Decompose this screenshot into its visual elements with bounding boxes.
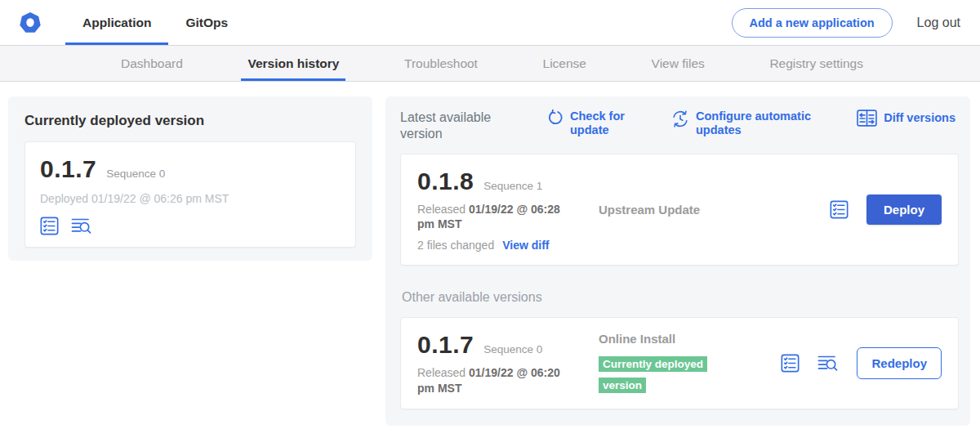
deployed-sequence-label: Sequence 0 (106, 168, 165, 180)
subnav-license[interactable]: License (537, 46, 593, 81)
diff-versions-icon (857, 110, 877, 127)
replicated-logo-icon (18, 11, 42, 35)
preflight-checklist-icon[interactable] (830, 200, 849, 219)
check-for-update-link[interactable]: Check for update (547, 110, 637, 136)
tab-application[interactable]: Application (65, 0, 168, 45)
auto-update-clock-icon (671, 110, 689, 127)
check-for-update-label: Check for update (570, 110, 637, 136)
replicated-logo[interactable] (18, 0, 42, 45)
deployed-version-row: 0.1.7 Sequence 0 (40, 155, 341, 183)
preflight-checklist-icon[interactable] (781, 354, 800, 373)
redeploy-button[interactable]: Redeploy (857, 347, 942, 379)
refresh-icon (547, 110, 564, 126)
available-header: Latest available version Check for updat… (400, 110, 959, 142)
tab-gitops[interactable]: GitOps (168, 0, 245, 45)
logs-search-icon[interactable] (817, 354, 839, 373)
other-source-column: Online Install Currently deployed versio… (599, 332, 777, 395)
latest-sequence-label: Sequence 1 (483, 180, 542, 192)
deployed-version-card: 0.1.7 Sequence 0 Deployed 01/19/22 @ 06:… (24, 141, 356, 248)
subnav-view-files[interactable]: View files (645, 46, 711, 81)
diff-versions-label: Diff versions (884, 111, 956, 125)
logs-search-icon[interactable] (71, 217, 92, 235)
tab-application-label: Application (82, 16, 151, 30)
other-source-label: Online Install (599, 332, 777, 346)
latest-version-info: 0.1.8 Sequence 1 Released 01/19/22 @ 06:… (417, 168, 579, 252)
latest-source-column: Upstream Update (599, 203, 777, 217)
deploy-button[interactable]: Deploy (866, 194, 942, 225)
files-changed-row: 2 files changed View diff (417, 239, 579, 252)
currently-deployed-badge-wrap: Currently deployed version (599, 353, 723, 395)
latest-source-label: Upstream Update (599, 203, 777, 217)
subnav-version-history[interactable]: Version history (241, 46, 345, 81)
tab-gitops-label: GitOps (185, 16, 228, 30)
latest-available-title: Latest available version (400, 110, 508, 142)
latest-released-line: Released 01/19/22 @ 06:28 pm MST (417, 202, 579, 231)
main-content: Currently deployed version 0.1.7 Sequenc… (0, 82, 980, 426)
configure-auto-updates-label: Configure automatic updates (696, 110, 818, 136)
currently-deployed-badge: Currently deployed version (599, 356, 707, 393)
released-prefix: Released (417, 203, 466, 216)
other-sequence-label: Sequence 0 (483, 343, 542, 355)
other-actions: Redeploy (781, 347, 942, 379)
view-diff-link[interactable]: View diff (502, 239, 549, 252)
latest-version-number: 0.1.8 (417, 168, 474, 195)
latest-actions: Deploy (830, 194, 942, 225)
available-versions-panel: Latest available version Check for updat… (385, 96, 970, 426)
deployed-timestamp: Deployed 01/19/22 @ 06:26 pm MST (40, 192, 341, 205)
files-changed-label: 2 files changed (417, 239, 494, 252)
deployed-actions (40, 217, 341, 235)
released-prefix: Released (417, 366, 466, 379)
preflight-checklist-icon[interactable] (40, 217, 59, 235)
subnav-troubleshoot[interactable]: Troubleshoot (398, 46, 484, 81)
other-released-line: Released 01/19/22 @ 06:20 pm MST (417, 365, 579, 395)
other-version-info: 0.1.7 Sequence 0 Released 01/19/22 @ 06:… (417, 331, 579, 395)
deployed-version-number: 0.1.7 (40, 155, 96, 183)
diff-versions-link[interactable]: Diff versions (857, 110, 956, 127)
top-header: Application GitOps Add a new application… (0, 0, 980, 46)
add-new-application-button[interactable]: Add a new application (732, 8, 893, 38)
other-version-card: 0.1.7 Sequence 0 Released 01/19/22 @ 06:… (400, 317, 959, 409)
other-available-title: Other available versions (402, 290, 959, 305)
logout-link[interactable]: Log out (917, 16, 960, 30)
configure-auto-updates-link[interactable]: Configure automatic updates (671, 110, 818, 136)
app-subnav: Dashboard Version history Troubleshoot L… (0, 46, 980, 82)
subnav-dashboard[interactable]: Dashboard (114, 46, 189, 81)
currently-deployed-panel: Currently deployed version 0.1.7 Sequenc… (8, 96, 372, 261)
currently-deployed-title: Currently deployed version (24, 113, 356, 129)
subnav-registry-settings[interactable]: Registry settings (763, 46, 870, 81)
latest-version-card: 0.1.8 Sequence 1 Released 01/19/22 @ 06:… (400, 154, 959, 266)
other-version-number: 0.1.7 (417, 331, 474, 359)
header-right: Add a new application Log out (732, 0, 960, 45)
